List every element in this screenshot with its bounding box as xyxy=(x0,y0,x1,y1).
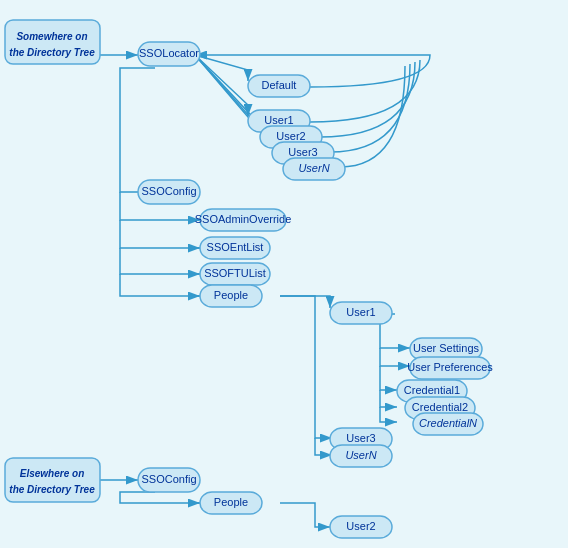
user3-mid-label: User3 xyxy=(346,432,375,444)
user3-top-label: User3 xyxy=(288,146,317,158)
user1-top-label: User1 xyxy=(264,114,293,126)
ssoadmin-label: SSOAdminOverride xyxy=(195,213,292,225)
ssolocator-label: SSOLocator xyxy=(139,47,199,59)
user2-bot-label: User2 xyxy=(346,520,375,532)
usern-top-label: UserN xyxy=(298,162,329,174)
usern-mid-label: UserN xyxy=(345,449,376,461)
usersettings-label: User Settings xyxy=(413,342,480,354)
people1-label: People xyxy=(214,289,248,301)
default-label: Default xyxy=(262,79,297,91)
userprefs-label: User Preferences xyxy=(407,361,493,373)
elsewhere-label: Elsewhere on xyxy=(20,468,84,479)
ssoentlist-label: SSOEntList xyxy=(207,241,264,253)
somewhere-label: Somewhere on xyxy=(16,31,87,42)
elsewhere-node xyxy=(5,458,100,502)
credn-label: CredentialN xyxy=(419,417,477,429)
cred1-label: Credential1 xyxy=(404,384,460,396)
ssoconfig1-label: SSOConfig xyxy=(141,185,196,197)
diagram: Somewhere on the Directory Tree SSOLocat… xyxy=(0,0,568,548)
user2-top-label: User2 xyxy=(276,130,305,142)
user1-mid-label: User1 xyxy=(346,306,375,318)
ssoftulist-label: SSOFTUList xyxy=(204,267,266,279)
elsewhere-label2: the Directory Tree xyxy=(9,484,95,495)
cred2-label: Credential2 xyxy=(412,401,468,413)
people2-label: People xyxy=(214,496,248,508)
somewhere-label2: the Directory Tree xyxy=(9,47,95,58)
ssoconfig2-label: SSOConfig xyxy=(141,473,196,485)
